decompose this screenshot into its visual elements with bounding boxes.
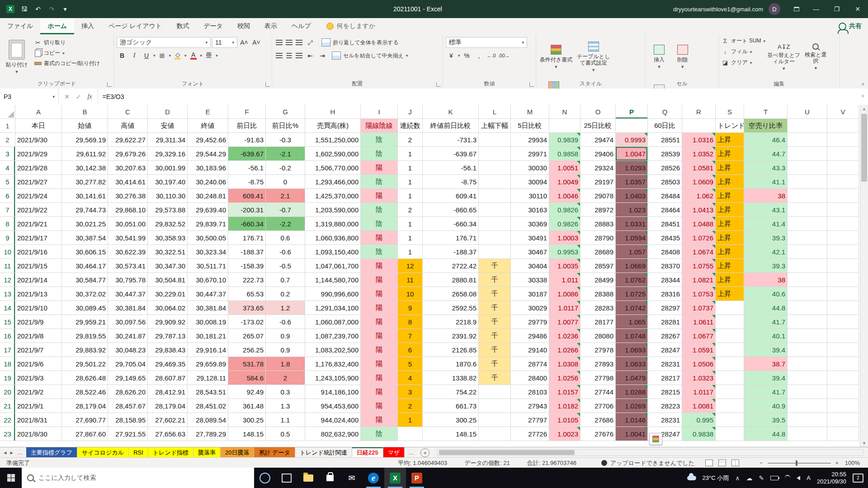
column-header-O[interactable]: O <box>580 105 616 119</box>
tab-formulas[interactable]: 数式 <box>169 18 196 34</box>
cell-N17[interactable]: 1.0266 <box>549 343 580 357</box>
cell-B7[interactable]: 29,744.73 <box>62 203 108 217</box>
sheet-tab-RSI[interactable]: RSI <box>129 447 148 458</box>
cell-D17[interactable]: 29,838.43 <box>148 343 188 357</box>
cell-F23[interactable]: 148.15 <box>228 427 266 441</box>
cell-J2[interactable]: 2 <box>398 133 423 147</box>
cell-V8[interactable] <box>827 217 859 231</box>
find-select-button[interactable]: 検索と選択▼ <box>802 37 829 77</box>
cell-B4[interactable]: 30,142.38 <box>62 161 108 175</box>
cell-M14[interactable]: 30029 <box>511 301 549 315</box>
cell-I6[interactable]: 陽 <box>361 189 398 203</box>
align-center-icon[interactable] <box>287 53 292 54</box>
cell-S18[interactable] <box>716 357 744 371</box>
cell-T6[interactable]: 38 <box>744 189 788 203</box>
cell-C2[interactable]: 29,622.27 <box>108 133 148 147</box>
cell-O14[interactable]: 28283 <box>580 301 616 315</box>
cell-P2[interactable]: 0.9993 <box>616 133 648 147</box>
cell-T13[interactable]: 40.6 <box>744 287 788 301</box>
cell-H14[interactable]: 1,291,034,100 <box>305 301 361 315</box>
format-painter-button[interactable]: 書式のコピー/貼り付け <box>34 60 100 67</box>
cell-I19[interactable]: 陽 <box>361 371 398 385</box>
sheet-tab-20日騰落[interactable]: 20日騰落 <box>221 447 254 458</box>
cell-R12[interactable]: 1.0821 <box>682 273 716 287</box>
cell-E10[interactable]: 30,323.34 <box>188 245 228 259</box>
cell-T21[interactable]: 40.9 <box>744 399 788 413</box>
cell-L8[interactable] <box>479 217 511 231</box>
cell-F4[interactable]: -56.1 <box>228 161 266 175</box>
cell-O20[interactable]: 27744 <box>580 385 616 399</box>
alignment-dialog-launcher-icon[interactable] <box>436 82 441 87</box>
cell-U15[interactable] <box>788 315 827 329</box>
cell-E3[interactable]: 29,544.29 <box>188 147 228 161</box>
cell-F16[interactable]: 265.07 <box>228 329 266 343</box>
cell-J16[interactable]: 7 <box>398 329 423 343</box>
notification-center-icon[interactable]: 2 <box>853 474 863 483</box>
cell-H16[interactable]: 1,087,239,700 <box>305 329 361 343</box>
cell-D11[interactable]: 30,347.30 <box>148 259 188 273</box>
cell-T9[interactable]: 39.3 <box>744 231 788 245</box>
column-header-V[interactable]: V <box>827 105 859 119</box>
cell-O5[interactable]: 29197 <box>580 175 616 189</box>
clipboard-dialog-launcher-icon[interactable] <box>107 82 112 87</box>
cell-F9[interactable]: 176.71 <box>228 231 266 245</box>
zoom-in-icon[interactable]: + <box>835 460 839 466</box>
cell-T8[interactable]: 41.4 <box>744 217 788 231</box>
cell-G6[interactable]: 2.1 <box>266 189 305 203</box>
cell-T7[interactable]: 43.1 <box>744 203 788 217</box>
cell-N3[interactable]: 0.9858 <box>549 147 580 161</box>
cell-N11[interactable]: 1.0035 <box>549 259 580 273</box>
cell-S9[interactable]: 上昇 <box>716 231 744 245</box>
font-color-icon[interactable]: A <box>188 50 199 61</box>
cell-O9[interactable]: 28790 <box>580 231 616 245</box>
cell-M3[interactable]: 29971 <box>511 147 549 161</box>
cell-U5[interactable] <box>788 175 827 189</box>
cell-C19[interactable]: 29,149.65 <box>108 371 148 385</box>
underline-button[interactable]: U <box>141 50 152 61</box>
hidden-icons-chevron-icon[interactable]: ∧ <box>735 474 740 482</box>
cell-R15[interactable]: 1.0611 <box>682 315 716 329</box>
scroll-down-icon[interactable]: ▼ <box>860 439 868 447</box>
cell-C5[interactable]: 30,414.61 <box>108 175 148 189</box>
cell-H21[interactable]: 954,453,600 <box>305 399 361 413</box>
cell-R4[interactable]: 1.0581 <box>682 161 716 175</box>
task-view-button[interactable] <box>276 468 297 488</box>
clear-button[interactable]: ◪ クリア▾ <box>722 59 765 66</box>
cell-L22[interactable] <box>479 413 511 427</box>
cell-O23[interactable]: 27676 <box>580 427 616 441</box>
cell-U3[interactable] <box>788 147 827 161</box>
cell-H5[interactable]: 1,293,466,000 <box>305 175 361 189</box>
cell-S10[interactable]: 上昇 <box>716 245 744 259</box>
zoom-out-icon[interactable]: − <box>760 460 763 466</box>
borders-icon[interactable]: ⊞ <box>157 50 168 61</box>
cell-B6[interactable]: 30,141.61 <box>62 189 108 203</box>
cell-N18[interactable]: 1.0308 <box>549 357 580 371</box>
cell-L11[interactable]: 千 <box>479 259 511 273</box>
cell-I23[interactable]: 陰 <box>361 427 398 441</box>
cell-U17[interactable] <box>788 343 827 357</box>
tab-help[interactable]: ヘルプ <box>284 18 318 34</box>
cell-I9[interactable]: 陽 <box>361 231 398 245</box>
cell-F2[interactable]: -91.63 <box>228 133 266 147</box>
cell-L20[interactable] <box>479 385 511 399</box>
cell-V1[interactable] <box>827 119 859 133</box>
sheet-tab-累計 データ[interactable]: 累計 データ <box>254 447 295 458</box>
cell-U21[interactable] <box>788 399 827 413</box>
cell-R11[interactable]: 1.0755 <box>682 259 716 273</box>
sort-filter-button[interactable]: A↧Z 並べ替えとフィルター▼ <box>767 37 801 77</box>
cell-H12[interactable]: 1,144,580,700 <box>305 273 361 287</box>
cell-F17[interactable]: 256.25 <box>228 343 266 357</box>
cell-H10[interactable]: 1,093,150,400 <box>305 245 361 259</box>
cell-T14[interactable]: 44.8 <box>744 301 788 315</box>
cell-A12[interactable]: 2021/9/14 <box>15 273 62 287</box>
cell-S14[interactable] <box>716 301 744 315</box>
cell-F11[interactable]: -158.39 <box>228 259 266 273</box>
cell-M23[interactable]: 27726 <box>511 427 549 441</box>
cell-G14[interactable]: 1.2 <box>266 301 305 315</box>
sheet-tab-主要指標グラフ[interactable]: 主要指標グラフ <box>26 447 77 458</box>
cell-N4[interactable]: 1.0051 <box>549 161 580 175</box>
cell-K9[interactable]: 176.71 <box>423 231 479 245</box>
cell-H2[interactable]: 1,551,250,000 <box>305 133 361 147</box>
cell-O4[interactable]: 29324 <box>580 161 616 175</box>
bold-button[interactable]: B <box>117 50 127 61</box>
